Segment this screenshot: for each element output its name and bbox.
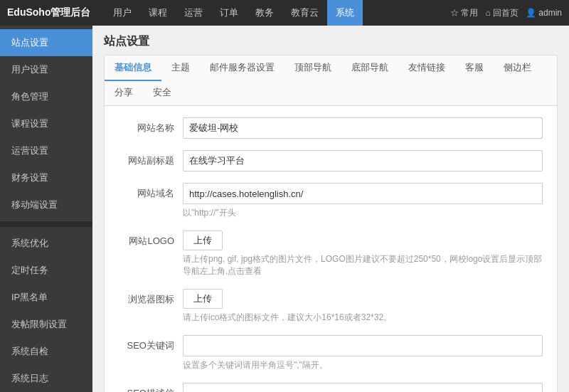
tab-friendly-links[interactable]: 友情链接	[398, 55, 455, 81]
form-row-domain: 网站域名 以"http://"开头	[119, 183, 543, 219]
input-domain[interactable]	[183, 183, 543, 204]
input-seo-desc[interactable]	[183, 383, 543, 392]
nav-item-cloud[interactable]: 教育云	[282, 0, 327, 26]
nav-user-link[interactable]: 👤 admin	[526, 8, 562, 18]
sidebar-item-system-optimize[interactable]: 系统优化	[0, 230, 92, 257]
control-seo-keywords: 设置多个关键词请用半角逗号","隔开。	[183, 335, 543, 371]
hint-seo-keywords: 设置多个关键词请用半角逗号","隔开。	[183, 359, 543, 371]
sidebar: 站点设置 用户设置 角色管理 课程设置 运营设置 财务设置 移动端设置 系统优化…	[0, 26, 92, 392]
control-domain: 以"http://"开头	[183, 183, 543, 219]
input-seo-keywords[interactable]	[183, 335, 543, 356]
tab-bottom-nav[interactable]: 底部导航	[341, 55, 398, 81]
control-favicon: 上传 请上传ico格式的图标文件，建议大小16*16或者32*32。	[183, 289, 543, 324]
form-row-site-name: 网站名称	[119, 117, 543, 139]
control-seo-desc	[183, 383, 543, 392]
top-navigation: EduSoho管理后台 用户 课程 运营 订单 教务 教育云 系统 ☆ 常用 ⌂…	[0, 0, 569, 26]
sidebar-item-finance-settings[interactable]: 财务设置	[0, 164, 92, 191]
upload-favicon-button[interactable]: 上传	[183, 289, 223, 309]
tab-security[interactable]: 安全	[143, 80, 181, 106]
tab-top-nav[interactable]: 顶部导航	[284, 55, 341, 81]
sidebar-item-ip-blacklist[interactable]: IP黑名单	[0, 284, 92, 311]
control-site-name	[183, 117, 543, 139]
form-area: 网站名称 网站副标题 网站域名 以"	[105, 106, 557, 392]
label-site-name: 网站名称	[119, 117, 183, 134]
nav-item-user[interactable]: 用户	[105, 0, 140, 26]
layout: 站点设置 用户设置 角色管理 课程设置 运营设置 财务设置 移动端设置 系统优化…	[0, 26, 569, 392]
input-site-name[interactable]	[183, 117, 543, 139]
label-favicon: 浏览器图标	[119, 289, 183, 306]
sidebar-item-user-settings[interactable]: 用户设置	[0, 56, 92, 83]
tab-email-server[interactable]: 邮件服务器设置	[200, 55, 284, 81]
label-logo: 网站LOGO	[119, 231, 183, 248]
nav-items: 用户 课程 运营 订单 教务 教育云 系统	[105, 0, 450, 26]
sidebar-divider	[0, 221, 92, 227]
form-row-seo-desc: SEO描述信息	[119, 383, 543, 392]
nav-item-operation[interactable]: 运营	[176, 0, 211, 26]
page-title: 站点设置	[92, 26, 569, 55]
tab-theme[interactable]: 主题	[161, 55, 200, 81]
sidebar-item-cron-tasks[interactable]: 定时任务	[0, 257, 92, 284]
hint-domain: 以"http://"开头	[183, 207, 543, 219]
nav-common-link[interactable]: ☆ 常用	[450, 7, 478, 19]
sidebar-item-post-limits[interactable]: 发帖限制设置	[0, 311, 92, 338]
tab-sidebar[interactable]: 侧边栏	[494, 55, 541, 81]
sidebar-item-course-settings[interactable]: 课程设置	[0, 110, 92, 137]
nav-item-course[interactable]: 课程	[140, 0, 176, 26]
sidebar-item-site-settings[interactable]: 站点设置	[0, 29, 92, 56]
form-row-logo: 网站LOGO 上传 请上传png, gif, jpg格式的图片文件，LOGO图片…	[119, 231, 543, 277]
main-content: 站点设置 基础信息 主题 邮件服务器设置 顶部导航 底部导航 友情链接 客服 侧…	[92, 26, 569, 392]
nav-item-system[interactable]: 系统	[327, 0, 363, 26]
sidebar-item-system-log[interactable]: 系统日志	[0, 365, 92, 392]
nav-item-edu[interactable]: 教务	[247, 0, 282, 26]
control-subtitle	[183, 150, 543, 171]
tab-share[interactable]: 分享	[105, 80, 143, 106]
label-domain: 网站域名	[119, 183, 183, 200]
nav-item-order[interactable]: 订单	[211, 0, 247, 26]
hint-favicon: 请上传ico格式的图标文件，建议大小16*16或者32*32。	[183, 312, 543, 324]
form-row-favicon: 浏览器图标 上传 请上传ico格式的图标文件，建议大小16*16或者32*32。	[119, 289, 543, 324]
nav-home-link[interactable]: ⌂ 回首页	[485, 7, 519, 19]
hint-logo: 请上传png, gif, jpg格式的图片文件，LOGO图片建议不要超过250*…	[183, 253, 543, 277]
form-row-subtitle: 网站副标题	[119, 150, 543, 171]
upload-logo-button[interactable]: 上传	[183, 231, 223, 250]
control-logo: 上传 请上传png, gif, jpg格式的图片文件，LOGO图片建议不要超过2…	[183, 231, 543, 277]
tab-customer-service[interactable]: 客服	[455, 55, 494, 81]
right-items: ☆ 常用 ⌂ 回首页 👤 admin	[450, 7, 562, 19]
label-subtitle: 网站副标题	[119, 150, 183, 167]
sidebar-item-mobile-settings[interactable]: 移动端设置	[0, 191, 92, 218]
label-seo-keywords: SEO关键词	[119, 335, 183, 352]
sidebar-item-operation-settings[interactable]: 运营设置	[0, 137, 92, 164]
input-subtitle[interactable]	[183, 150, 543, 171]
sidebar-item-system-check[interactable]: 系统自检	[0, 338, 92, 365]
content-box: 基础信息 主题 邮件服务器设置 顶部导航 底部导航 友情链接 客服 侧边栏 分享…	[104, 55, 558, 392]
logo: EduSoho管理后台	[7, 6, 90, 19]
tab-bar: 基础信息 主题 邮件服务器设置 顶部导航 底部导航 友情链接 客服 侧边栏 分享…	[105, 55, 557, 106]
form-row-seo-keywords: SEO关键词 设置多个关键词请用半角逗号","隔开。	[119, 335, 543, 371]
sidebar-item-role-management[interactable]: 角色管理	[0, 83, 92, 110]
tab-basic-info[interactable]: 基础信息	[105, 55, 161, 81]
label-seo-desc: SEO描述信息	[119, 383, 183, 392]
